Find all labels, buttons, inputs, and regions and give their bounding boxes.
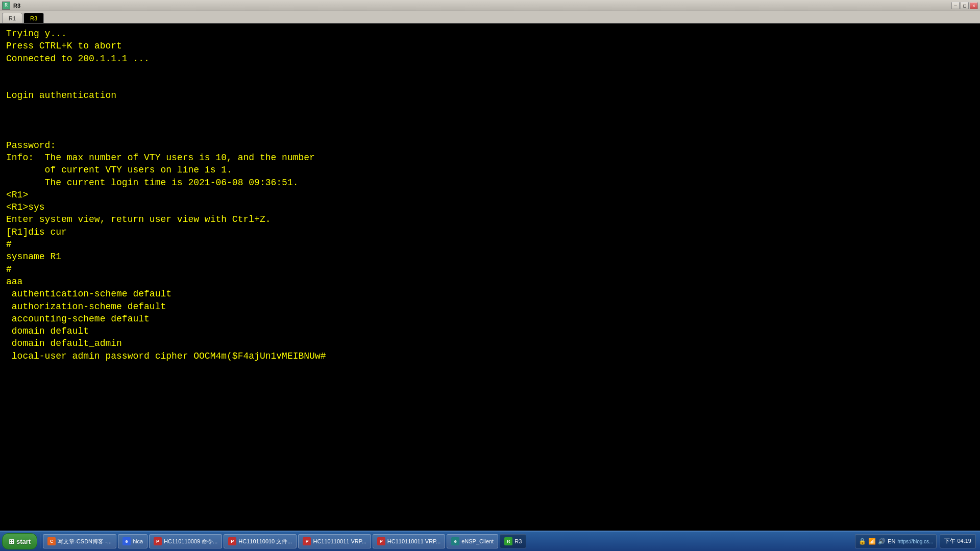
taskbar-item-icon-hc4: P [377,537,385,545]
taskbar-item-icon-hc1: P [154,537,162,545]
tray-lock-icon: 🔒 [859,538,866,545]
minimize-button[interactable]: — [951,2,960,9]
taskbar-item-hc4[interactable]: PHC110110011 VRP... [373,534,445,548]
taskbar-item-label-hc3: HC110110011 VRP... [313,538,366,544]
taskbar-item-label-ie: hica [133,538,143,544]
taskbar-item-ie[interactable]: ehica [118,534,148,548]
taskbar-item-label-r3: R3 [514,538,522,544]
tray-volume-icon: 🔊 [878,538,886,545]
taskbar-item-icon-r3: R [504,537,512,545]
tray-network-icon: 📶 [868,538,876,545]
taskbar-item-label-ensp: eNSP_Client [461,538,494,544]
start-label: start [16,538,31,545]
window-title: R3 [13,3,20,9]
tray-extra: https://blog.cs... [897,539,933,544]
tray-lang-indicator: EN [888,538,895,544]
taskbar-item-icon-csdn: C [47,537,56,545]
taskbar: ⊞ start C写文章-CSDN博客 -...ehicaPHC11011000… [0,531,980,551]
terminal-area[interactable]: Trying y... Press CTRL+K to abort Connec… [0,23,980,531]
taskbar-item-icon-ensp: e [451,537,459,545]
app-icon: R [2,2,10,10]
taskbar-item-icon-hc2: P [228,537,236,545]
taskbar-items: C写文章-CSDN博客 -...ehicaPHC110110009 命令...P… [43,534,526,548]
taskbar-item-icon-hc3: P [303,537,311,545]
tab-bar: R1 R3 [0,11,980,23]
system-clock: 下午 04:19 [940,534,976,548]
start-button[interactable]: ⊞ start [2,533,37,549]
taskbar-separator [40,534,40,548]
taskbar-item-label-csdn: 写文章-CSDN博客 -... [58,538,112,545]
taskbar-right: 🔒 📶 🔊 EN https://blog.cs... 下午 04:19 [855,534,978,548]
title-bar-left: R R3 [2,2,20,10]
tab-R3[interactable]: R3 [23,13,44,23]
taskbar-item-r3[interactable]: RR3 [500,534,526,548]
taskbar-item-hc1[interactable]: PHC110110009 命令... [149,534,222,548]
start-icon: ⊞ [9,538,14,545]
taskbar-item-icon-ie: e [122,537,131,545]
taskbar-item-label-hc4: HC110110011 VRP... [387,538,440,544]
taskbar-item-hc3[interactable]: PHC110110011 VRP... [298,534,371,548]
taskbar-item-label-hc1: HC110110009 命令... [164,538,217,545]
taskbar-item-hc2[interactable]: PHC110110010 文件... [224,534,297,548]
taskbar-item-csdn[interactable]: C写文章-CSDN博客 -... [43,534,116,548]
restore-button[interactable]: □ [961,2,969,9]
title-bar: R R3 — □ ✕ [0,0,980,11]
taskbar-item-ensp[interactable]: eeNSP_Client [447,534,498,548]
taskbar-item-label-hc2: HC110110010 文件... [238,538,292,545]
clock-time: 下午 04:19 [944,538,971,544]
terminal-output: Trying y... Press CTRL+K to abort Connec… [6,28,974,362]
close-button[interactable]: ✕ [970,2,978,9]
window-controls[interactable]: — □ ✕ [951,2,978,9]
system-tray: 🔒 📶 🔊 EN https://blog.cs... [855,534,937,548]
tab-R1[interactable]: R1 [2,13,22,23]
